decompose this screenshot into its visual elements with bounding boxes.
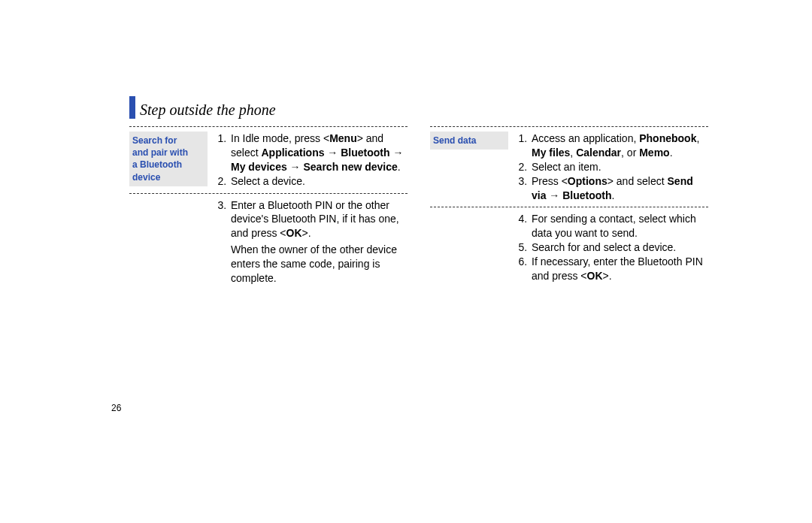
steps-body: In Idle mode, press <Menu> and select Ap… (215, 132, 408, 189)
tag-line: device (132, 172, 160, 183)
list-item: Enter a Bluetooth PIN or the other devic… (229, 198, 408, 286)
list-item: In Idle mode, press <Menu> and select Ap… (229, 132, 408, 174)
list-item: For sending a contact, select which data… (530, 212, 708, 240)
block-pair-cont: Enter a Bluetooth PIN or the other devic… (129, 194, 408, 286)
text: , or (621, 147, 639, 159)
text: Press < (532, 175, 568, 187)
step-list: In Idle mode, press <Menu> and select Ap… (215, 132, 408, 189)
tag-line: Search for (132, 135, 177, 146)
ui-label: OK (286, 227, 302, 239)
tag-line: Send data (433, 135, 476, 146)
app-name: My files (532, 147, 570, 159)
app-name: Calendar (576, 147, 621, 159)
list-item: Select an item. (530, 160, 708, 174)
right-column: Send data Access an application, Phonebo… (430, 126, 708, 286)
text: When the owner of the other device enter… (231, 243, 397, 284)
text: Access an application, (532, 132, 639, 144)
text: , (696, 132, 699, 144)
list-item: Select a device. (229, 174, 408, 189)
text: Enter a Bluetooth PIN or the other devic… (231, 199, 399, 240)
step-list: Enter a Bluetooth PIN or the other devic… (215, 198, 408, 286)
block-search-pair: Search for and pair with a Bluetooth dev… (129, 127, 408, 189)
steps-body: Access an application, Phonebook, My fil… (516, 132, 708, 202)
text: > and select (607, 175, 668, 187)
list-item: Search for and select a device. (530, 240, 708, 255)
steps-body: For sending a contact, select which data… (516, 212, 708, 283)
list-item: If necessary, enter the Bluetooth PIN an… (530, 255, 708, 283)
app-name: Memo (639, 147, 669, 159)
step-list: For sending a contact, select which data… (516, 212, 708, 283)
block-send-data: Send data Access an application, Phonebo… (430, 127, 708, 202)
tag-line: and pair with (132, 147, 188, 158)
app-name: Phonebook (639, 132, 696, 144)
ui-label: Menu (329, 132, 357, 144)
manual-page: Step outside the phone Search for and pa… (0, 0, 812, 523)
text: >. (603, 270, 612, 282)
header-accent-bar (129, 96, 135, 119)
step-list: Access an application, Phonebook, My fil… (516, 132, 708, 202)
tag-line: a Bluetooth (132, 159, 182, 170)
steps-body: Enter a Bluetooth PIN or the other devic… (215, 198, 408, 286)
text: Select an item. (532, 161, 601, 173)
page-number: 26 (111, 403, 121, 413)
topic-tag-send: Send data (430, 132, 508, 150)
section-title: Step outside the phone (140, 102, 276, 119)
text: For sending a contact, select which data… (532, 213, 696, 239)
text: >. (302, 227, 311, 239)
topic-tag-search: Search for and pair with a Bluetooth dev… (129, 132, 208, 186)
text: . (398, 161, 401, 173)
ui-label: OK (587, 270, 603, 282)
text: . (612, 189, 615, 201)
text: Search for and select a device. (532, 241, 676, 253)
section-header: Step outside the phone (129, 96, 276, 119)
content-columns: Search for and pair with a Bluetooth dev… (129, 126, 708, 286)
ui-label: Options (568, 175, 607, 187)
block-send-cont: For sending a contact, select which data… (430, 207, 708, 283)
left-column: Search for and pair with a Bluetooth dev… (129, 126, 408, 286)
text: . (670, 147, 673, 159)
list-item: Press <Options> and select Send via → Bl… (530, 174, 708, 203)
text: If necessary, enter the Bluetooth PIN an… (532, 255, 703, 282)
list-item: Access an application, Phonebook, My fil… (530, 132, 708, 160)
text: , (570, 147, 576, 159)
text: Select a device. (231, 175, 305, 187)
text: In Idle mode, press < (231, 132, 329, 144)
